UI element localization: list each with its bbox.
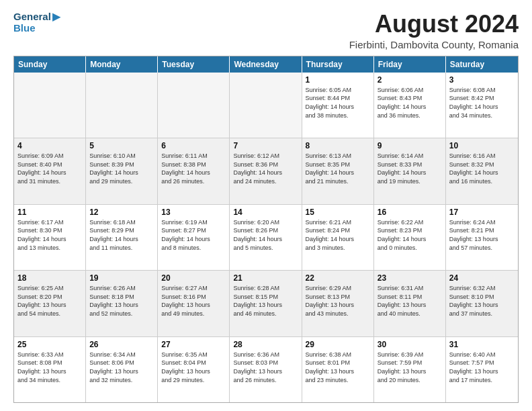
calendar-cell: 5Sunrise: 6:10 AMSunset: 8:39 PMDaylight…	[86, 138, 158, 203]
calendar-cell: 14Sunrise: 6:20 AMSunset: 8:26 PMDayligh…	[230, 205, 302, 270]
day-number: 27	[161, 339, 226, 350]
calendar-row: 18Sunrise: 6:25 AMSunset: 8:20 PMDayligh…	[14, 271, 518, 336]
calendar-cell: 23Sunrise: 6:31 AMSunset: 8:11 PMDayligh…	[374, 271, 446, 336]
header-tuesday: Tuesday	[158, 56, 230, 73]
cell-info: Sunrise: 6:35 AMSunset: 8:04 PMDaylight:…	[161, 351, 226, 384]
calendar-cell: 18Sunrise: 6:25 AMSunset: 8:20 PMDayligh…	[14, 271, 86, 336]
day-number: 11	[17, 207, 82, 218]
day-number: 5	[89, 140, 154, 151]
cell-info: Sunrise: 6:36 AMSunset: 8:03 PMDaylight:…	[233, 351, 298, 384]
cell-info: Sunrise: 6:16 AMSunset: 8:32 PMDaylight:…	[449, 152, 515, 185]
cell-info: Sunrise: 6:13 AMSunset: 8:35 PMDaylight:…	[306, 152, 370, 185]
calendar-cell: 4Sunrise: 6:09 AMSunset: 8:40 PMDaylight…	[14, 138, 86, 203]
day-number: 16	[378, 207, 442, 218]
cell-info: Sunrise: 6:08 AMSunset: 8:42 PMDaylight:…	[449, 86, 515, 120]
calendar-cell: 16Sunrise: 6:22 AMSunset: 8:23 PMDayligh…	[374, 205, 446, 270]
calendar-cell	[230, 73, 302, 138]
day-number: 15	[306, 207, 370, 218]
cell-info: Sunrise: 6:33 AMSunset: 8:08 PMDaylight:…	[17, 351, 82, 384]
day-number: 8	[306, 140, 370, 151]
calendar-cell: 24Sunrise: 6:32 AMSunset: 8:10 PMDayligh…	[446, 271, 518, 336]
day-number: 2	[378, 75, 442, 85]
day-number: 25	[17, 339, 82, 350]
calendar-cell: 27Sunrise: 6:35 AMSunset: 8:04 PMDayligh…	[158, 337, 230, 402]
day-number: 18	[17, 273, 82, 283]
day-number: 22	[306, 273, 370, 283]
calendar-cell	[86, 73, 158, 138]
cell-info: Sunrise: 6:11 AMSunset: 8:38 PMDaylight:…	[161, 152, 226, 185]
calendar-row: 25Sunrise: 6:33 AMSunset: 8:08 PMDayligh…	[14, 337, 518, 402]
cell-info: Sunrise: 6:12 AMSunset: 8:36 PMDaylight:…	[233, 152, 298, 185]
calendar-cell: 6Sunrise: 6:11 AMSunset: 8:38 PMDaylight…	[158, 138, 230, 203]
calendar-row: 4Sunrise: 6:09 AMSunset: 8:40 PMDaylight…	[14, 138, 518, 204]
calendar-cell: 1Sunrise: 6:05 AMSunset: 8:44 PMDaylight…	[302, 73, 374, 138]
cell-info: Sunrise: 6:20 AMSunset: 8:26 PMDaylight:…	[233, 218, 298, 252]
cell-info: Sunrise: 6:29 AMSunset: 8:13 PMDaylight:…	[306, 284, 370, 318]
cell-info: Sunrise: 6:21 AMSunset: 8:24 PMDaylight:…	[306, 218, 370, 252]
calendar: Sunday Monday Tuesday Wednesday Thursday…	[13, 56, 519, 403]
header-friday: Friday	[374, 56, 446, 73]
calendar-cell: 17Sunrise: 6:24 AMSunset: 8:21 PMDayligh…	[446, 205, 518, 270]
cell-info: Sunrise: 6:32 AMSunset: 8:10 PMDaylight:…	[449, 284, 515, 318]
cell-info: Sunrise: 6:09 AMSunset: 8:40 PMDaylight:…	[17, 152, 82, 185]
day-number: 7	[233, 140, 298, 151]
cell-info: Sunrise: 6:24 AMSunset: 8:21 PMDaylight:…	[449, 218, 515, 252]
calendar-cell: 12Sunrise: 6:18 AMSunset: 8:29 PMDayligh…	[86, 205, 158, 270]
day-number: 3	[449, 75, 515, 85]
cell-info: Sunrise: 6:19 AMSunset: 8:27 PMDaylight:…	[161, 218, 226, 252]
cell-info: Sunrise: 6:17 AMSunset: 8:30 PMDaylight:…	[17, 218, 82, 252]
location: Fierbinti, Dambovita County, Romania	[349, 39, 519, 50]
day-number: 31	[449, 339, 515, 350]
day-number: 26	[89, 339, 154, 350]
day-number: 13	[161, 207, 226, 218]
title-block: August 2024 Fierbinti, Dambovita County,…	[349, 11, 519, 50]
day-number: 28	[233, 339, 298, 350]
day-number: 9	[378, 140, 442, 151]
calendar-header: Sunday Monday Tuesday Wednesday Thursday…	[14, 56, 518, 73]
calendar-cell: 19Sunrise: 6:26 AMSunset: 8:18 PMDayligh…	[86, 271, 158, 336]
day-number: 29	[306, 339, 370, 350]
calendar-cell: 13Sunrise: 6:19 AMSunset: 8:27 PMDayligh…	[158, 205, 230, 270]
logo: General▶ Blue	[13, 11, 60, 34]
day-number: 20	[161, 273, 226, 283]
calendar-cell: 10Sunrise: 6:16 AMSunset: 8:32 PMDayligh…	[446, 138, 518, 203]
cell-info: Sunrise: 6:06 AMSunset: 8:43 PMDaylight:…	[378, 86, 442, 120]
cell-info: Sunrise: 6:34 AMSunset: 8:06 PMDaylight:…	[89, 351, 154, 384]
calendar-cell: 21Sunrise: 6:28 AMSunset: 8:15 PMDayligh…	[230, 271, 302, 336]
calendar-cell	[14, 73, 86, 138]
day-number: 19	[89, 273, 154, 283]
header-saturday: Saturday	[446, 56, 518, 73]
calendar-cell: 26Sunrise: 6:34 AMSunset: 8:06 PMDayligh…	[86, 337, 158, 402]
header: General▶ Blue August 2024 Fierbinti, Dam…	[13, 11, 519, 50]
day-number: 12	[89, 207, 154, 218]
calendar-cell: 9Sunrise: 6:14 AMSunset: 8:33 PMDaylight…	[374, 138, 446, 203]
cell-info: Sunrise: 6:40 AMSunset: 7:57 PMDaylight:…	[449, 351, 515, 384]
day-number: 30	[378, 339, 442, 350]
calendar-cell: 3Sunrise: 6:08 AMSunset: 8:42 PMDaylight…	[446, 73, 518, 138]
calendar-cell	[158, 73, 230, 138]
calendar-cell: 22Sunrise: 6:29 AMSunset: 8:13 PMDayligh…	[302, 271, 374, 336]
day-number: 4	[17, 140, 82, 151]
header-wednesday: Wednesday	[230, 56, 302, 73]
calendar-cell: 8Sunrise: 6:13 AMSunset: 8:35 PMDaylight…	[302, 138, 374, 203]
cell-info: Sunrise: 6:38 AMSunset: 8:01 PMDaylight:…	[306, 351, 370, 384]
calendar-cell: 15Sunrise: 6:21 AMSunset: 8:24 PMDayligh…	[302, 205, 374, 270]
header-monday: Monday	[86, 56, 158, 73]
cell-info: Sunrise: 6:10 AMSunset: 8:39 PMDaylight:…	[89, 152, 154, 185]
calendar-cell: 11Sunrise: 6:17 AMSunset: 8:30 PMDayligh…	[14, 205, 86, 270]
day-number: 17	[449, 207, 515, 218]
cell-info: Sunrise: 6:26 AMSunset: 8:18 PMDaylight:…	[89, 284, 154, 318]
day-number: 1	[306, 75, 370, 85]
calendar-cell: 29Sunrise: 6:38 AMSunset: 8:01 PMDayligh…	[302, 337, 374, 402]
page: General▶ Blue August 2024 Fierbinti, Dam…	[0, 0, 532, 411]
cell-info: Sunrise: 6:18 AMSunset: 8:29 PMDaylight:…	[89, 218, 154, 252]
day-number: 24	[449, 273, 515, 283]
calendar-row: 11Sunrise: 6:17 AMSunset: 8:30 PMDayligh…	[14, 205, 518, 271]
calendar-cell: 20Sunrise: 6:27 AMSunset: 8:16 PMDayligh…	[158, 271, 230, 336]
header-sunday: Sunday	[14, 56, 86, 73]
cell-info: Sunrise: 6:05 AMSunset: 8:44 PMDaylight:…	[306, 86, 370, 120]
calendar-cell: 25Sunrise: 6:33 AMSunset: 8:08 PMDayligh…	[14, 337, 86, 402]
month-title: August 2024	[349, 11, 519, 38]
day-number: 6	[161, 140, 226, 151]
calendar-body: 1Sunrise: 6:05 AMSunset: 8:44 PMDaylight…	[14, 73, 518, 402]
